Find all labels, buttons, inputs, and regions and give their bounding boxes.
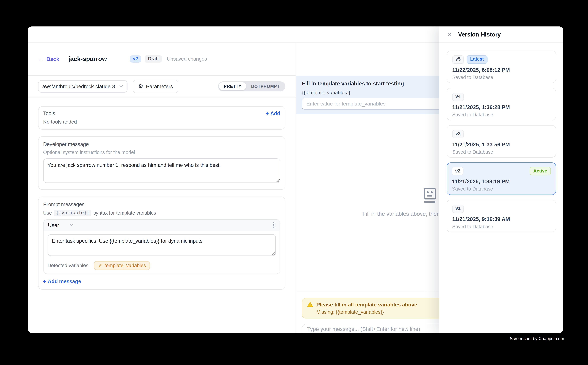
chevron-down-icon xyxy=(119,85,123,88)
version-saved-label: Saved to Database xyxy=(452,224,551,229)
version-card[interactable]: v4 11/21/2025, 1:36:28 PM Saved to Datab… xyxy=(447,88,556,120)
tools-card: Tools + Add No tools added xyxy=(38,106,286,129)
back-arrow-icon: ← xyxy=(38,56,44,62)
version-badge: v2 xyxy=(130,55,141,63)
version-timestamp: 11/21/2025, 1:36:28 PM xyxy=(452,104,551,110)
version-history-header: ✕ Version History xyxy=(439,26,563,43)
close-icon[interactable]: ✕ xyxy=(447,32,452,37)
variable-syntax-chip: {{variable}} xyxy=(54,210,91,216)
version-card[interactable]: v2 Active 11/21/2025, 1:33:19 PM Saved t… xyxy=(447,162,556,195)
developer-message-textarea[interactable]: You are jack sparrow number 1, respond a… xyxy=(43,158,280,183)
model-select-value: aws/anthropic/bedrock-claude-3-5-s... xyxy=(42,83,117,89)
back-label: Back xyxy=(46,56,59,62)
unsaved-changes-label: Unsaved changes xyxy=(167,56,207,62)
screenshot-credit: Screenshot by Xnapper.com xyxy=(510,336,564,341)
plus-icon: + xyxy=(266,110,269,116)
pencil-icon xyxy=(98,263,102,268)
version-id-badge: v2 xyxy=(452,167,463,175)
editor-cards: Tools + Add No tools added Developer mes… xyxy=(28,97,296,298)
toggle-pretty[interactable]: PRETTY xyxy=(219,82,246,90)
template-variable-chip[interactable]: template_variables xyxy=(94,261,150,270)
developer-message-label: Developer message xyxy=(43,141,280,147)
detected-variables-label: Detected variables: xyxy=(48,263,90,268)
message-textarea[interactable]: Enter task specifics. Use {{template_var… xyxy=(48,234,276,256)
version-status-badge: Latest xyxy=(467,55,487,64)
syntax-prefix: Use xyxy=(43,210,52,216)
version-timestamp: 11/21/2025, 1:33:19 PM xyxy=(452,179,551,185)
tools-label: Tools xyxy=(43,110,55,116)
version-saved-label: Saved to Database xyxy=(452,74,551,80)
robot-face-icon xyxy=(421,188,439,204)
version-id-badge: v3 xyxy=(452,130,464,138)
version-timestamp: 11/21/2025, 1:33:56 PM xyxy=(452,141,551,147)
chevron-down-icon xyxy=(70,224,73,226)
syntax-hint: Use {{variable}} syntax for template var… xyxy=(43,210,280,216)
version-card[interactable]: v3 11/21/2025, 1:33:56 PM Saved to Datab… xyxy=(447,125,556,157)
prompt-messages-card: Prompt messages Use {{variable}} syntax … xyxy=(38,197,286,289)
message-body: Enter task specifics. Use {{template_var… xyxy=(44,231,280,259)
version-timestamp: 11/22/2025, 6:08:12 PM xyxy=(452,67,551,73)
prompt-messages-label: Prompt messages xyxy=(43,201,280,207)
warning-icon xyxy=(307,302,313,307)
version-id-badge: v1 xyxy=(452,204,464,213)
tools-empty-text: No tools added xyxy=(43,119,280,125)
version-saved-label: Saved to Database xyxy=(452,186,551,192)
toggle-dotprompt[interactable]: DOTPROMPT xyxy=(246,82,284,90)
version-history-title: Version History xyxy=(458,31,501,38)
version-history-panel: ✕ Version History v5 Latest 11/22/2025, … xyxy=(439,26,563,333)
version-status-badge: Active xyxy=(530,167,551,175)
model-toolbar: aws/anthropic/bedrock-claude-3-5-s... ⚙ … xyxy=(28,76,296,97)
message-header: User xyxy=(44,220,280,231)
version-card[interactable]: v5 Latest 11/22/2025, 6:08:12 PM Saved t… xyxy=(447,50,556,83)
parameters-label: Parameters xyxy=(146,83,173,89)
gear-icon: ⚙ xyxy=(138,84,143,89)
version-list: v5 Latest 11/22/2025, 6:08:12 PM Saved t… xyxy=(439,43,563,240)
version-id-badge: v5 xyxy=(452,55,464,64)
developer-message-card: Developer message Optional system instru… xyxy=(38,136,286,190)
syntax-suffix: syntax for template variables xyxy=(93,210,156,216)
version-card[interactable]: v1 11/21/2025, 9:16:39 AM Saved to Datab… xyxy=(447,200,556,232)
message-role-select[interactable]: User xyxy=(48,222,59,228)
warning-title-text: Please fill in all template variables ab… xyxy=(317,302,417,308)
add-tool-button[interactable]: + Add xyxy=(266,110,280,116)
view-mode-toggle: PRETTY DOTPROMPT xyxy=(218,81,285,91)
version-id-badge: v4 xyxy=(452,93,464,101)
detected-variables-row: Detected variables: template_variables xyxy=(44,259,280,274)
page-title: jack-sparrow xyxy=(69,55,107,63)
developer-message-hint: Optional system instructions for the mod… xyxy=(43,149,280,155)
template-variable-name: template_variables xyxy=(105,263,146,268)
parameters-button[interactable]: ⚙ Parameters xyxy=(132,80,179,93)
stage: ← Back jack-sparrow v2 Draft Unsaved cha… xyxy=(0,0,588,365)
back-button[interactable]: ← Back xyxy=(38,56,59,62)
message-block: User Enter task specifics. Use {{templat… xyxy=(43,219,280,274)
model-select[interactable]: aws/anthropic/bedrock-claude-3-5-s... xyxy=(38,80,127,92)
version-saved-label: Saved to Database xyxy=(452,112,551,117)
version-saved-label: Saved to Database xyxy=(452,149,551,155)
drag-handle-icon[interactable] xyxy=(273,222,276,228)
draft-badge: Draft xyxy=(145,55,162,63)
prompt-editor-column: ← Back jack-sparrow v2 Draft Unsaved cha… xyxy=(28,43,296,333)
add-message-label: Add message xyxy=(48,278,81,284)
version-timestamp: 11/21/2025, 9:16:39 AM xyxy=(452,216,551,222)
add-message-button[interactable]: + Add message xyxy=(43,278,280,284)
plus-icon: + xyxy=(43,278,46,284)
app-window: ← Back jack-sparrow v2 Draft Unsaved cha… xyxy=(28,26,563,333)
add-tool-label: Add xyxy=(270,110,280,116)
page-header: ← Back jack-sparrow v2 Draft Unsaved cha… xyxy=(28,43,296,76)
